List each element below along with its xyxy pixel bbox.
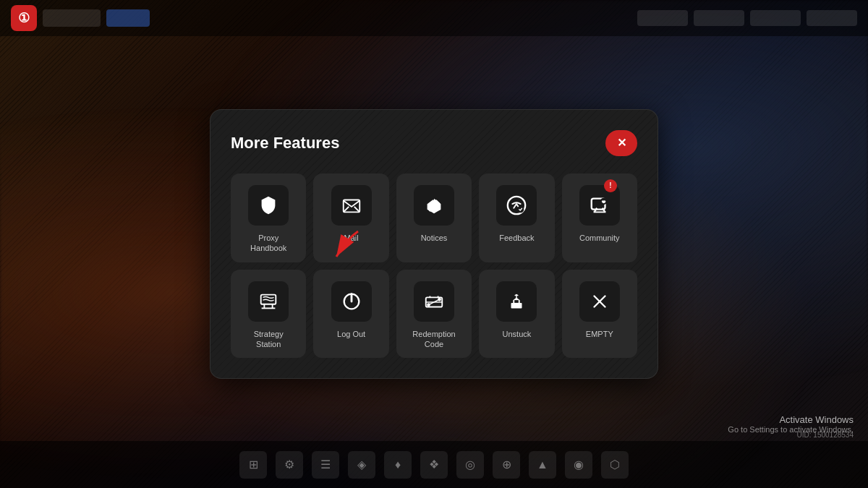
modal-overlay: More Features ✕ ProxyHandbook — [0, 0, 868, 488]
feature-community[interactable]: ! Community — [562, 174, 637, 262]
close-button[interactable]: ✕ — [605, 130, 637, 156]
svg-rect-20 — [511, 302, 522, 308]
more-features-modal: More Features ✕ ProxyHandbook — [210, 109, 658, 379]
redemption-code-icon — [414, 281, 454, 322]
notices-label: Notices — [421, 233, 448, 243]
proxy-handbook-icon — [248, 185, 289, 226]
features-grid: ProxyHandbook Mail — [231, 174, 637, 358]
svg-line-2 — [354, 207, 359, 213]
log-out-icon — [331, 281, 372, 322]
mail-label: Mail — [344, 233, 359, 243]
feature-log-out[interactable]: Log Out — [313, 270, 388, 359]
mail-icon — [331, 185, 372, 226]
svg-point-19 — [427, 303, 430, 307]
proxy-handbook-label: ProxyHandbook — [250, 233, 286, 254]
modal-title: More Features — [231, 134, 339, 153]
feature-proxy-handbook[interactable]: ProxyHandbook — [231, 174, 306, 262]
feature-feedback[interactable]: Feedback — [479, 174, 554, 262]
svg-rect-8 — [261, 294, 276, 304]
unstuck-label: Unstuck — [503, 329, 532, 339]
redemption-code-label: RedemptionCode — [412, 329, 455, 350]
community-label: Community — [579, 233, 620, 243]
empty-label: EMPTY — [586, 329, 613, 339]
feature-unstuck[interactable]: Unstuck — [479, 270, 554, 359]
svg-line-1 — [343, 207, 349, 213]
svg-rect-21 — [515, 300, 519, 303]
log-out-label: Log Out — [337, 329, 365, 339]
svg-point-3 — [428, 207, 433, 212]
strategy-station-icon — [248, 281, 289, 322]
feature-notices[interactable]: Notices — [396, 174, 472, 262]
feature-redemption-code[interactable]: RedemptionCode — [396, 270, 472, 359]
feature-empty[interactable]: EMPTY — [562, 270, 637, 359]
feedback-label: Feedback — [499, 233, 534, 243]
feature-strategy-station[interactable]: StrategyStation — [231, 270, 306, 359]
community-badge: ! — [604, 179, 617, 192]
feedback-icon — [496, 185, 537, 226]
strategy-station-label: StrategyStation — [254, 329, 284, 350]
notices-icon — [414, 185, 454, 226]
empty-icon — [579, 281, 620, 322]
unstuck-icon — [496, 281, 537, 322]
modal-header: More Features ✕ — [231, 130, 637, 156]
svg-point-18 — [438, 297, 441, 301]
feature-mail[interactable]: Mail — [313, 174, 388, 262]
